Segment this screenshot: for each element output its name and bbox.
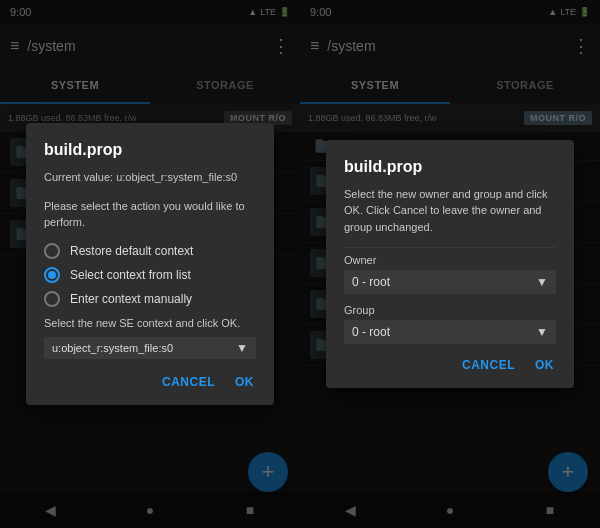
radio-option-manual[interactable]: Enter context manually xyxy=(44,291,256,307)
group-label: Group xyxy=(344,304,556,316)
dialog-current-value: Current value: u:object_r:system_file:s0 xyxy=(44,169,256,186)
radio-restore[interactable] xyxy=(44,243,60,259)
group-row: Group 0 - root ▼ xyxy=(344,304,556,344)
owner-value: 0 - root xyxy=(352,275,536,289)
owner-dropdown-arrow: ▼ xyxy=(536,275,548,289)
owner-select[interactable]: 0 - root ▼ xyxy=(344,270,556,294)
dialog-right: build.prop Select the new owner and grou… xyxy=(326,140,574,389)
dropdown-value: u:object_r:system_file:s0 xyxy=(52,342,236,354)
dialog-overlay-left: build.prop Current value: u:object_r:sys… xyxy=(0,0,300,528)
radio-manual[interactable] xyxy=(44,291,60,307)
dialog-left: build.prop Current value: u:object_r:sys… xyxy=(26,123,274,405)
radio-restore-label: Restore default context xyxy=(70,244,193,258)
screen-right: 9:00 ▲ LTE 🔋 ≡ /system ⋮ SYSTEM STORAGE … xyxy=(300,0,600,528)
dialog-instruction: Please select the action you would like … xyxy=(44,198,256,231)
screen-left: 9:00 ▲ LTE 🔋 ≡ /system ⋮ SYSTEM STORAGE … xyxy=(0,0,300,528)
group-select[interactable]: 0 - root ▼ xyxy=(344,320,556,344)
dialog-overlay-right: build.prop Select the new owner and grou… xyxy=(300,0,600,528)
radio-option-select[interactable]: Select context from list xyxy=(44,267,256,283)
group-value: 0 - root xyxy=(352,325,536,339)
ok-button-right[interactable]: OK xyxy=(533,354,556,376)
dialog-title-right: build.prop xyxy=(344,158,556,176)
radio-inner xyxy=(48,271,56,279)
radio-select[interactable] xyxy=(44,267,60,283)
dialog-actions-right: CANCEL OK xyxy=(344,354,556,376)
dropdown-arrow: ▼ xyxy=(236,341,248,355)
radio-option-restore[interactable]: Restore default context xyxy=(44,243,256,259)
dialog-title-left: build.prop xyxy=(44,141,256,159)
cancel-button-left[interactable]: CANCEL xyxy=(160,371,217,393)
dialog-text-right: Select the new owner and group and click… xyxy=(344,186,556,236)
owner-row: Owner 0 - root ▼ xyxy=(344,254,556,294)
group-dropdown-arrow: ▼ xyxy=(536,325,548,339)
divider xyxy=(344,247,556,248)
dialog-actions-left: CANCEL OK xyxy=(44,371,256,393)
dialog-hint: Select the new SE context and click OK. xyxy=(44,317,256,329)
cancel-button-right[interactable]: CANCEL xyxy=(460,354,517,376)
ok-button-left[interactable]: OK xyxy=(233,371,256,393)
context-dropdown[interactable]: u:object_r:system_file:s0 ▼ xyxy=(44,337,256,359)
radio-select-label: Select context from list xyxy=(70,268,191,282)
radio-manual-label: Enter context manually xyxy=(70,292,192,306)
owner-label: Owner xyxy=(344,254,556,266)
